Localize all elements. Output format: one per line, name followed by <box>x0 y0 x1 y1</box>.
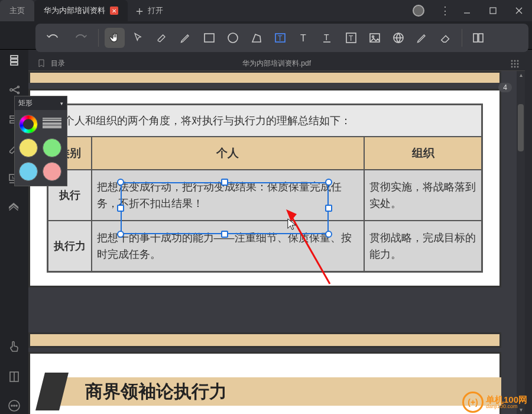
compare-tool[interactable] <box>468 28 488 48</box>
svg-rect-16 <box>473 34 478 42</box>
watermark-url: danji100.com <box>486 404 527 409</box>
open-label: 打开 <box>148 5 163 16</box>
watermark: (+) 单机100网 danji100.com <box>462 392 527 413</box>
document-filename: 华为内部培训资料.pdf <box>242 59 311 69</box>
handle-n[interactable] <box>221 179 228 186</box>
svg-text:T: T <box>300 33 306 43</box>
svg-point-14 <box>372 36 374 38</box>
vertical-scrollbar[interactable]: ▴ ▾ <box>517 71 525 414</box>
maximize-button[interactable] <box>480 0 506 21</box>
banner-title: 商界领袖论执行力 <box>85 380 227 404</box>
highlighter-tool[interactable] <box>152 28 172 48</box>
svg-rect-19 <box>11 59 18 62</box>
tags-panel-icon[interactable] <box>6 200 22 216</box>
handle-sw[interactable] <box>117 231 124 238</box>
svg-rect-4 <box>205 34 214 42</box>
user-avatar-icon[interactable] <box>413 5 424 17</box>
book-mode-icon[interactable] <box>6 368 22 384</box>
color-picker-swatch[interactable] <box>19 115 38 134</box>
color-blue[interactable] <box>19 162 38 181</box>
circle-tool[interactable] <box>223 28 243 48</box>
svg-point-5 <box>228 33 238 43</box>
svg-point-39 <box>517 60 519 62</box>
section-banner: 商界领袖论执行力 <box>28 373 501 408</box>
svg-rect-17 <box>479 34 483 42</box>
plus-icon: ＋ <box>134 3 145 19</box>
outline-label: 目录 <box>51 59 65 69</box>
tab-document[interactable]: 华为内部培训资料 ✕ <box>34 0 128 21</box>
svg-text:T: T <box>278 34 283 43</box>
color-red[interactable] <box>43 162 61 181</box>
svg-text:T: T <box>349 34 353 43</box>
mouse-cursor-icon <box>287 218 297 231</box>
redo-button[interactable] <box>69 28 92 48</box>
text-underline-tool[interactable]: T <box>317 28 338 48</box>
link-tool[interactable] <box>388 28 408 48</box>
toolbar: T T T T <box>0 21 532 50</box>
svg-point-45 <box>517 66 519 67</box>
touch-mode-icon[interactable] <box>6 338 22 355</box>
text-box-tool[interactable]: T <box>270 28 290 48</box>
row1-c3: 贯彻实施，将战略落到实处。 <box>364 170 482 221</box>
tab-home-label: 主页 <box>9 5 25 16</box>
page-number-badge: 4 <box>498 83 512 92</box>
undo-button[interactable] <box>41 28 65 48</box>
eraser-tool[interactable] <box>436 28 456 48</box>
page-strip <box>28 332 501 348</box>
svg-point-41 <box>514 63 516 64</box>
svg-point-38 <box>514 60 516 62</box>
window-controls: ⋮ <box>413 0 532 21</box>
pencil2-tool[interactable] <box>412 28 432 48</box>
open-new-tab[interactable]: ＋打开 <box>128 3 169 19</box>
line-width-swatch[interactable] <box>43 115 61 131</box>
bookmark-icon[interactable] <box>37 59 47 69</box>
svg-rect-20 <box>11 63 18 65</box>
tab-home[interactable]: 主页 <box>0 0 34 21</box>
svg-point-21 <box>10 89 12 91</box>
color-green[interactable] <box>43 138 61 157</box>
select-tool[interactable] <box>128 28 148 48</box>
text-tool[interactable]: T <box>294 28 314 48</box>
svg-point-40 <box>511 63 513 64</box>
svg-point-42 <box>517 63 519 64</box>
th-organization: 组织 <box>364 137 482 170</box>
svg-point-34 <box>11 405 12 406</box>
pdf-viewer[interactable]: 从个人和组织的两个角度，将对执行与执行力的理解总结如下： 类别 个人 组织 执行… <box>28 71 525 414</box>
svg-rect-1 <box>490 8 496 14</box>
thumbnails-panel-icon[interactable] <box>6 52 22 69</box>
tab-document-label: 华为内部培训资料 <box>44 5 105 16</box>
svg-point-36 <box>16 405 17 406</box>
color-yellow[interactable] <box>19 138 38 157</box>
close-window-button[interactable] <box>506 0 532 21</box>
th-individual: 个人 <box>92 137 365 170</box>
handle-ne[interactable] <box>325 179 332 186</box>
row2-c1: 执行力 <box>48 221 92 272</box>
handle-nw[interactable] <box>117 179 124 186</box>
grip-icon[interactable] <box>510 59 520 69</box>
palette-title: 矩形 <box>18 98 33 108</box>
image-tool[interactable] <box>365 28 385 48</box>
polygon-tool[interactable] <box>246 28 267 48</box>
minimize-button[interactable] <box>454 0 480 21</box>
handle-s[interactable] <box>221 231 228 238</box>
handle-w[interactable] <box>117 205 124 212</box>
watermark-logo-icon: (+) <box>462 392 484 413</box>
row2-c3: 贯彻战略，完成目标的能力。 <box>364 221 482 272</box>
page-top-band <box>28 71 501 83</box>
scroll-up-icon[interactable]: ▴ <box>517 71 525 79</box>
titlebar: 主页 华为内部培训资料 ✕ ＋打开 ⋮ <box>0 0 532 21</box>
watermark-name: 单机100网 <box>486 395 527 404</box>
svg-point-44 <box>514 66 516 67</box>
shape-color-palette[interactable]: 矩形▾ <box>14 96 67 186</box>
hand-tool[interactable] <box>105 28 125 48</box>
more-panels-icon[interactable] <box>6 397 22 414</box>
text-frame-tool[interactable]: T <box>341 28 361 48</box>
scrollbar-thumb[interactable] <box>518 104 524 151</box>
more-menu[interactable]: ⋮ <box>436 4 454 17</box>
close-tab-button[interactable]: ✕ <box>110 7 118 15</box>
rectangle-tool[interactable] <box>199 28 219 48</box>
pen-tool[interactable] <box>176 28 196 48</box>
palette-chevron-icon[interactable]: ▾ <box>60 101 63 106</box>
document-header: 目录 华为内部培训资料.pdf <box>28 57 525 71</box>
table-intro: 从个人和组织的两个角度，将对执行与执行力的理解总结如下： <box>48 105 482 137</box>
